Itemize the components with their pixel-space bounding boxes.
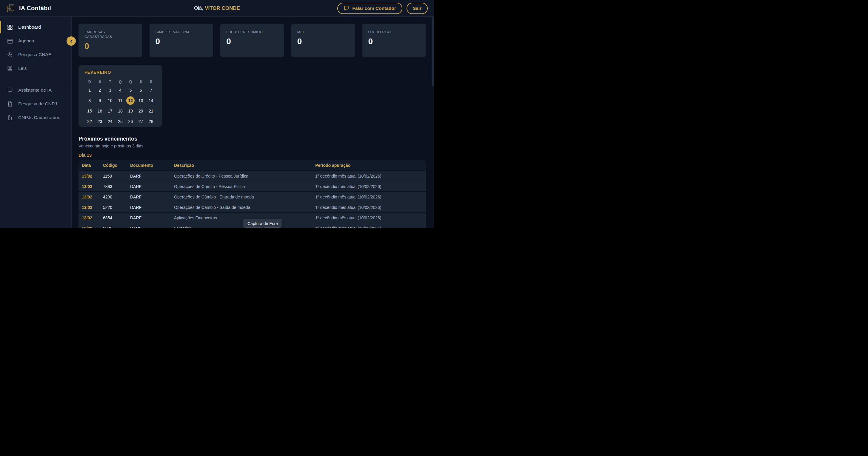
calendar-weekday: S <box>150 78 152 85</box>
table-row: 13/02 5220 DARF Operações de Câmbio - Sa… <box>79 202 426 212</box>
calendar-day-26[interactable]: 26 <box>126 117 135 126</box>
calendar-weekday: D <box>88 78 91 85</box>
stat-value: 0 <box>85 41 136 51</box>
calendar-day-9[interactable]: 9 <box>95 96 104 105</box>
main-content: EMPRESAS CADASTRADAS 0 SIMPLES NACIONAL … <box>72 17 434 228</box>
stat-card-mei: MEI 0 <box>291 24 355 57</box>
calendar-day-17[interactable]: 17 <box>106 107 114 115</box>
logout-button[interactable]: Sair <box>407 3 428 14</box>
sidebar-item-leis[interactable]: Leis <box>0 63 71 74</box>
sidebar-item-agenda[interactable]: Agenda <box>0 35 71 46</box>
table-row: 13/02 1150 DARF Operações de Crédito - P… <box>79 170 426 181</box>
user-name: VITOR CONDE <box>205 5 240 11</box>
calendar-day-23[interactable]: 23 <box>95 117 104 126</box>
screenshot-tooltip: Captura de Ecrã <box>243 219 282 228</box>
table-row: 13/02 7893 DARF Operações de Crédito - P… <box>79 181 426 191</box>
calendar-day-27[interactable]: 27 <box>137 117 145 126</box>
calendar-day-6[interactable]: 6 <box>137 86 145 94</box>
table-column-header: Data <box>82 163 103 168</box>
calendar-day-19[interactable]: 19 <box>126 107 135 115</box>
search-plus-icon <box>6 51 13 58</box>
cell-description: Operações de Crédito - Pessoa Física <box>174 184 315 189</box>
cell-code: 6895 <box>103 226 130 228</box>
calendar-day-4[interactable]: 4 <box>116 86 124 94</box>
sidebar-divider <box>0 80 71 80</box>
calendar-day-1[interactable]: 1 <box>85 86 94 94</box>
chat-bubble-icon <box>344 5 349 11</box>
deadlines-table: DataCódigoDocumentoDescriçãoPeríodo apur… <box>79 160 426 228</box>
brand: A.T. IA Contábil <box>6 4 51 13</box>
calendar-day-18[interactable]: 18 <box>116 107 124 115</box>
calendar-day-8[interactable]: 8 <box>85 96 94 105</box>
chat-icon <box>6 87 13 93</box>
calendar-day-15[interactable]: 15 <box>85 107 94 115</box>
app-root: A.T. IA Contábil Olá,VITOR CONDE Falar c… <box>0 0 434 228</box>
greeting: Olá,VITOR CONDE <box>194 5 240 11</box>
svg-text:A.T.: A.T. <box>8 8 11 9</box>
calendar-widget: FEVEREIRO DSTQQSS 1234567891011121314151… <box>79 65 162 127</box>
cell-description: Operações de Câmbio - Entrada de moeda <box>174 195 315 199</box>
cell-period: 1º decêndio mês atual (10/02/2026) <box>315 174 426 178</box>
stat-label: MEI <box>297 30 337 34</box>
stat-value: 0 <box>156 37 208 46</box>
cell-period: 1º decêndio mês atual (10/02/2026) <box>315 195 426 199</box>
scrollbar-thumb[interactable] <box>432 17 434 86</box>
stats-row: EMPRESAS CADASTRADAS 0 SIMPLES NACIONAL … <box>79 24 426 57</box>
table-row: 13/02 4290 DARF Operações de Câmbio - En… <box>79 191 426 202</box>
calendar-day-20[interactable]: 20 <box>137 107 145 115</box>
calendar-day-13[interactable]: 13 <box>137 96 145 105</box>
calendar-day-24[interactable]: 24 <box>106 117 114 126</box>
calendar-day-10[interactable]: 10 <box>106 96 114 105</box>
calendar-day-28[interactable]: 28 <box>147 117 155 126</box>
deadlines-day-label: Dia 13 <box>79 153 426 158</box>
sidebar: Dashboard Agenda Pesquisa CNAE Leis Assi… <box>0 17 72 228</box>
calendar-day-2[interactable]: 2 <box>95 86 104 94</box>
calendar-day-16[interactable]: 16 <box>95 107 104 115</box>
calendar-day-22[interactable]: 22 <box>85 117 94 126</box>
cell-date: 13/02 <box>82 195 103 199</box>
sidebar-item-label: Leis <box>18 66 27 71</box>
sidebar-collapse-button[interactable] <box>67 36 76 46</box>
table-column-header: Documento <box>130 163 174 168</box>
contact-button-label: Falar com Contador <box>352 6 396 11</box>
shell: Dashboard Agenda Pesquisa CNAE Leis Assi… <box>0 17 434 228</box>
sidebar-item-pesquisa-de-cnpj[interactable]: Pesquisa de CNPJ <box>0 98 71 109</box>
cell-document: DARF <box>130 174 174 178</box>
sidebar-item-label: Assistente de IA <box>18 88 52 93</box>
table-header-row: DataCódigoDocumentoDescriçãoPeríodo apur… <box>79 160 426 170</box>
stat-card-empresas-cadastradas: EMPRESAS CADASTRADAS 0 <box>79 24 143 57</box>
logout-button-label: Sair <box>413 6 422 11</box>
calendar-day-11[interactable]: 11 <box>116 96 124 105</box>
calendar-day-14[interactable]: 14 <box>147 96 155 105</box>
calendar-day-7[interactable]: 7 <box>147 86 155 94</box>
stat-card-lucro-real: LUCRO REAL 0 <box>362 24 426 57</box>
sidebar-item-pesquisa-cnae[interactable]: Pesquisa CNAE <box>0 49 71 60</box>
sidebar-item-cnpjs-cadastrados[interactable]: CNPJs Cadastrados <box>0 112 71 123</box>
calendar-day-12[interactable]: 12 <box>126 96 135 105</box>
calendar-day-25[interactable]: 25 <box>116 117 124 126</box>
calendar-day-3[interactable]: 3 <box>106 86 114 94</box>
sidebar-item-label: Pesquisa de CNPJ <box>18 101 57 106</box>
sidebar-item-assistente-de-ia[interactable]: Assistente de IA <box>0 85 71 96</box>
table-column-header: Código <box>103 163 130 168</box>
stat-value: 0 <box>297 37 349 46</box>
calendar-weekday-row: DSTQQSS <box>85 78 156 85</box>
cell-code: 6854 <box>103 216 130 220</box>
sidebar-item-dashboard[interactable]: Dashboard <box>0 22 71 33</box>
cell-document: DARF <box>130 205 174 210</box>
grid-icon <box>6 24 13 30</box>
sidebar-nav: Dashboard Agenda Pesquisa CNAE Leis Assi… <box>0 22 71 123</box>
deadlines-subtitle: Vencimento hoje e próximos 3 dias <box>79 143 426 148</box>
stat-card-lucro-presumido: LUCRO PRESUMIDO 0 <box>220 24 284 57</box>
calendar-day-5[interactable]: 5 <box>126 86 135 94</box>
header-actions: Falar com Contador Sair <box>337 3 428 14</box>
cell-document: DARF <box>130 184 174 189</box>
calendar-day-grid: 1234567891011121314151617181920212223242… <box>85 86 156 126</box>
calendar-day-21[interactable]: 21 <box>147 107 155 115</box>
cell-date: 13/02 <box>82 174 103 178</box>
cell-date: 13/02 <box>82 216 103 220</box>
page-scrollbar[interactable] <box>432 17 434 228</box>
building-icon <box>6 114 13 121</box>
contact-accountant-button[interactable]: Falar com Contador <box>337 3 402 14</box>
cube-logo-icon: A.T. <box>6 4 15 13</box>
